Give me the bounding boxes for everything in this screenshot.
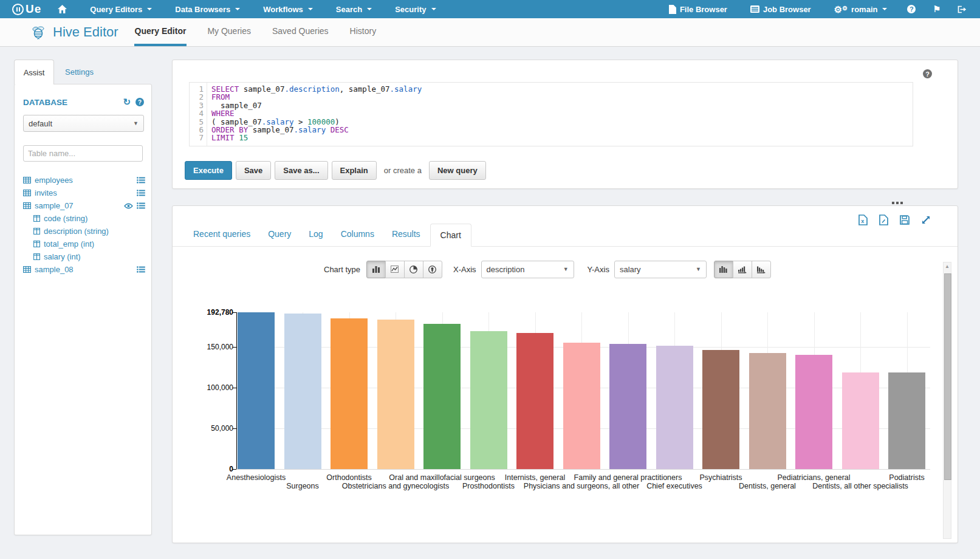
eye-icon[interactable] [124, 203, 133, 209]
table-icon [23, 202, 31, 209]
y-axis-label: Y-Axis [588, 265, 609, 274]
bar-psychiatrists[interactable] [702, 350, 739, 469]
tab-columns[interactable]: Columns [341, 229, 374, 246]
bar-chief-executives[interactable] [656, 346, 693, 469]
ellipsis-handle-icon[interactable] [892, 202, 903, 204]
nav-button-logout-icon[interactable] [949, 0, 975, 18]
tab-recent-queries[interactable]: Recent queries [193, 229, 250, 246]
tab-my-queries[interactable]: My Queries [207, 18, 252, 46]
line-number: 7 [190, 134, 204, 142]
app-header: Hive Editor Query EditorMy QueriesSaved … [0, 18, 980, 47]
caret-down-icon [431, 8, 436, 10]
button-sort-desc-bars-icon[interactable] [752, 261, 771, 278]
hue-logo-icon [12, 4, 24, 15]
scrollbar-thumb[interactable] [944, 273, 951, 480]
bar-oral-and-maxillofacial-surgeons[interactable] [423, 324, 461, 469]
bar-pediatricians-general[interactable] [795, 355, 832, 469]
nav-item-job-browser[interactable]: Job Browser [739, 0, 823, 18]
x-axis-tick-label: Anesthesiologists [227, 473, 286, 482]
list-menu-icon[interactable] [137, 266, 145, 273]
nav-menu-data-browsers[interactable]: Data Browsers [163, 0, 252, 18]
nav-menu-search[interactable]: Search [324, 0, 383, 18]
bar-internists-general[interactable] [516, 333, 553, 469]
nav-menu-query-editors[interactable]: Query Editors [78, 0, 163, 18]
table-row-sample-07[interactable]: sample_07 [23, 199, 145, 212]
gears-icon: ⚙⚙ [834, 5, 848, 14]
list-menu-icon[interactable] [137, 190, 145, 196]
y-axis-tick-label: 0 [173, 465, 233, 473]
database-header: DATABASE ↻ ? [23, 97, 144, 108]
button-bars-chart-icon[interactable] [366, 261, 386, 278]
list-menu-icon[interactable] [137, 202, 145, 209]
nav-button-help-icon[interactable]: ? [899, 0, 924, 18]
save-button[interactable]: Save [236, 161, 271, 180]
table-row-employees[interactable]: employees [23, 174, 145, 187]
list-menu-icon[interactable] [137, 177, 145, 183]
x-axis-label: X-Axis [453, 265, 476, 274]
tab-assist[interactable]: Assist [14, 60, 54, 84]
bar-dentists-general[interactable] [749, 353, 786, 469]
bar-family-and-general-practitioners[interactable] [609, 344, 646, 469]
bar-dentists-all-other-specialists[interactable] [842, 372, 879, 469]
tab-saved-queries[interactable]: Saved Queries [272, 18, 329, 46]
column-row-total-emp-int[interactable]: total_emp (int) [23, 238, 145, 250]
caret-down-icon [147, 8, 152, 10]
tab-settings[interactable]: Settings [54, 60, 105, 84]
explain-button[interactable]: Explain [332, 161, 377, 180]
table-row-sample-08[interactable]: sample_08 [23, 263, 145, 276]
bar-anesthesiologists[interactable] [238, 312, 275, 469]
nav-button-flag-icon[interactable]: ⚑ [924, 0, 949, 18]
nav-item-romain[interactable]: ⚙⚙romain [823, 0, 899, 18]
tab-history[interactable]: History [349, 18, 377, 46]
column-row-code-string[interactable]: code (string) [23, 212, 145, 225]
nav-menu-security[interactable]: Security [383, 0, 447, 18]
results-scrollbar[interactable]: ▲ [943, 262, 951, 539]
button-map-marker-icon[interactable] [423, 261, 442, 278]
tab-chart[interactable]: Chart [430, 224, 471, 247]
save-as-button[interactable]: Save as... [275, 161, 327, 180]
help-icon: ? [907, 5, 916, 13]
database-select[interactable]: default ▼ [23, 115, 144, 132]
new-query-button[interactable]: New query [429, 161, 486, 180]
y-axis-select[interactable]: salary ▼ [614, 261, 707, 278]
bar-obstetricians-and-gynecologists[interactable] [377, 320, 414, 469]
app-title[interactable]: Hive Editor [30, 24, 118, 40]
tab-log[interactable]: Log [309, 229, 323, 246]
button-pie-chart-icon[interactable] [404, 261, 423, 278]
bar-podiatrists[interactable] [888, 372, 925, 469]
nav-menu-workflows[interactable]: Workflows [252, 0, 324, 18]
columns-icon [33, 241, 40, 247]
top-nav-right: File Browser Job Browser ⚙⚙romain ?⚑ [657, 0, 980, 18]
x-axis-select[interactable]: description ▼ [481, 261, 574, 278]
column-row-description-string[interactable]: description (string) [23, 225, 145, 238]
top-nav: Ue Query Editors Data Browsers Workflows… [0, 0, 980, 18]
button-line-chart-icon[interactable] [385, 261, 405, 278]
bar-surgeons[interactable] [284, 314, 321, 469]
bar-prosthodontists[interactable] [470, 331, 507, 469]
sql-editor[interactable]: 1234567 SELECT sample_07.description, sa… [189, 82, 913, 146]
home-button[interactable] [46, 0, 78, 18]
execute-button[interactable]: Execute [185, 161, 232, 180]
bar-orthodontists[interactable] [331, 318, 368, 469]
x-axis-line [236, 469, 930, 470]
x-axis-tick-label: Physicians and surgeons, all other [524, 482, 639, 490]
nav-item-file-browser[interactable]: File Browser [657, 0, 739, 18]
column-row-salary-int[interactable]: salary (int) [23, 250, 145, 263]
y-axis-line [236, 312, 237, 470]
table-list: employees invites sample_07 code (string… [23, 174, 145, 276]
tab-results[interactable]: Results [392, 229, 420, 246]
table-filter-input[interactable] [23, 145, 143, 162]
chart-type-label: Chart type [324, 265, 360, 274]
table-row-invites[interactable]: invites [23, 187, 145, 199]
hue-logo[interactable]: Ue [12, 2, 41, 16]
editor-help-icon[interactable]: ? [923, 69, 932, 78]
button-grouped-bars-icon[interactable] [714, 261, 733, 278]
tab-query[interactable]: Query [268, 229, 291, 246]
sort-asc-bars-icon [738, 266, 747, 273]
scroll-up-icon[interactable]: ▲ [944, 264, 951, 269]
bar-physicians-and-surgeons-all-other[interactable] [563, 343, 600, 469]
tab-query-editor[interactable]: Query Editor [134, 18, 187, 46]
button-sort-asc-bars-icon[interactable] [733, 261, 752, 278]
database-help-icon[interactable]: ? [135, 98, 144, 106]
refresh-icon[interactable]: ↻ [123, 97, 131, 108]
